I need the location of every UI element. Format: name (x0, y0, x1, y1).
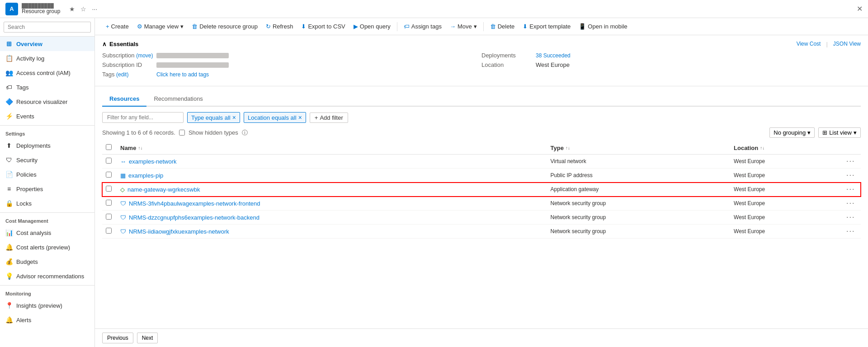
next-button[interactable]: Next (137, 333, 158, 343)
type-sort[interactable]: Type ↑↓ (551, 145, 727, 151)
tab-recommendations[interactable]: Recommendations (146, 92, 210, 107)
row-type-cell: Network security group (547, 211, 731, 225)
row-location-cell: West Europe (730, 225, 843, 239)
tags-label: Tags (16, 84, 28, 91)
create-button[interactable]: + Create (102, 21, 132, 32)
sidebar-item-cost-analysis[interactable]: 📊Cost analysis (0, 225, 94, 240)
row-checkbox[interactable] (106, 158, 112, 164)
row-checkbox[interactable] (106, 200, 112, 206)
open-mobile-button[interactable]: 📱 Open in mobile (575, 21, 631, 32)
view-select[interactable]: ⊞ List view ▾ (818, 127, 861, 138)
sidebar-item-insights[interactable]: 📍Insights (preview) (0, 298, 94, 313)
resource-link-row-1[interactable]: ↔ examples-network (120, 158, 543, 165)
manage-view-button[interactable]: ⚙ Manage view ▾ (133, 21, 188, 32)
select-all-checkbox[interactable] (106, 144, 112, 150)
show-hidden-help[interactable]: ⓘ (242, 129, 248, 137)
add-tags-link[interactable]: Click here to add tags (156, 71, 209, 78)
type-filter-chip[interactable]: Type equals all × (187, 112, 240, 123)
row-more-button[interactable]: ··· (846, 227, 855, 235)
row-more-button[interactable]: ··· (846, 185, 855, 193)
refresh-label: Refresh (273, 23, 293, 30)
sidebar-item-cost-alerts[interactable]: 🔔Cost alerts (preview) (0, 240, 94, 254)
essentials-collapse-icon[interactable]: ∧ (102, 41, 107, 47)
view-cost-link[interactable]: View Cost (797, 41, 821, 47)
open-query-button[interactable]: ▶ Open query (350, 21, 394, 32)
type-sort-icon: ↑↓ (566, 145, 570, 150)
row-location-cell: West Europe (730, 183, 843, 197)
sidebar-item-properties[interactable]: ≡Properties (0, 182, 94, 196)
resource-name: NRMS-dzzcgnupfphs6examples-network-backe… (129, 214, 259, 221)
deployments-link[interactable]: 38 Succeeded (536, 52, 571, 59)
type-filter-remove[interactable]: × (232, 114, 236, 121)
name-sort[interactable]: Name ↑↓ (120, 145, 543, 151)
activity-log-label: Activity log (16, 55, 44, 62)
cost-alerts-label: Cost alerts (preview) (16, 244, 70, 251)
close-button[interactable]: ✕ (857, 5, 863, 13)
export-csv-button[interactable]: ⬇ Export to CSV (297, 21, 349, 32)
location-filter-chip[interactable]: Location equals all × (244, 112, 306, 123)
pin-icon[interactable]: ★ (69, 5, 75, 13)
resource-link-row-6[interactable]: 🛡 NRMS-iidiaowgjfxkuexamples-network (120, 228, 543, 235)
row-more-button[interactable]: ··· (846, 157, 855, 165)
previous-button[interactable]: Previous (102, 333, 133, 343)
json-view-link[interactable]: JSON View (833, 41, 861, 47)
show-hidden-checkbox[interactable] (179, 130, 185, 136)
refresh-button[interactable]: ↻ Refresh (262, 21, 297, 32)
row-type-cell: Network security group (547, 225, 731, 239)
row-checkbox[interactable] (106, 186, 112, 192)
sidebar-item-activity-log[interactable]: 📋Activity log (0, 51, 94, 66)
sidebar-item-advisor[interactable]: 💡Advisor recommendations (0, 269, 94, 283)
add-filter-button[interactable]: + Add filter (310, 113, 348, 123)
delete-label: Delete (498, 23, 515, 30)
resource-link-row-2[interactable]: ▦ examples-pip (120, 172, 543, 179)
sidebar-item-policies[interactable]: 📄Policies (0, 167, 94, 182)
filter-input[interactable] (102, 112, 184, 123)
delete-rg-button[interactable]: 🗑 Delete resource group (188, 21, 261, 32)
resource-link-row-4[interactable]: 🛡 NRMS-3fivh4pbaulwagexamples-network-fr… (120, 200, 543, 207)
sidebar-item-deployments[interactable]: ⬆Deployments (0, 138, 94, 153)
subscription-id-label: Subscription ID (102, 61, 156, 68)
name-sort-icon: ↑↓ (138, 145, 142, 150)
sidebar-item-alerts[interactable]: 🔔Alerts (0, 313, 94, 327)
essentials-header: ∧ Essentials View Cost | JSON View (102, 41, 861, 47)
export-template-button[interactable]: ⬇ Export template (519, 21, 574, 32)
essentials-label: Essentials (109, 41, 138, 47)
table-row: ▦ examples-pip Public IP address West Eu… (102, 169, 861, 183)
delete-button[interactable]: 🗑 Delete (486, 21, 519, 32)
sidebar-item-access-control[interactable]: 👥Access control (IAM) (0, 66, 94, 80)
sidebar-item-events[interactable]: ⚡Events (0, 109, 94, 123)
move-arrow: ▾ (474, 23, 477, 30)
row-checkbox[interactable] (106, 214, 112, 220)
sidebar-item-locks[interactable]: 🔒Locks (0, 196, 94, 211)
assign-tags-button[interactable]: 🏷 Assign tags (400, 21, 445, 32)
subscription-move-link[interactable]: (move) (136, 52, 153, 59)
records-count: Showing 1 to 6 of 6 records. (102, 129, 175, 136)
row-checkbox[interactable] (106, 172, 112, 178)
type-filter-label: Type equals all (191, 114, 231, 121)
location-filter-remove[interactable]: × (298, 114, 302, 121)
row-location-cell: West Europe (730, 197, 843, 211)
location-sort[interactable]: Location ↑↓ (734, 145, 839, 151)
essentials-grid: Subscription (move) Subscription ID Tags… (102, 52, 861, 80)
tab-resources[interactable]: Resources (102, 92, 146, 107)
sidebar-item-budgets[interactable]: 💰Budgets (0, 254, 94, 269)
resource-link-row-3[interactable]: ◇ name-gateway-wgrkecswbk (120, 186, 543, 193)
row-more-button[interactable]: ··· (846, 213, 855, 221)
grouping-select[interactable]: No grouping ▾ (769, 127, 815, 138)
row-more-button[interactable]: ··· (846, 199, 855, 207)
row-more-button[interactable]: ··· (846, 171, 855, 179)
sidebar-item-resource-visualizer[interactable]: 🔷Resource visualizer (0, 94, 94, 109)
move-button[interactable]: → Move ▾ (446, 21, 481, 32)
tags-edit-link[interactable]: (edit) (116, 71, 128, 78)
row-more-cell: ··· (843, 197, 861, 211)
resource-link-row-5[interactable]: 🛡 NRMS-dzzcgnupfphs6examples-network-bac… (120, 214, 543, 221)
star-icon[interactable]: ☆ (80, 5, 86, 13)
row-checkbox[interactable] (106, 228, 112, 234)
location-sort-icon: ↑↓ (760, 145, 764, 150)
sidebar-item-tags[interactable]: 🏷Tags (0, 80, 94, 94)
search-input[interactable] (4, 22, 91, 33)
sidebar-item-security[interactable]: 🛡Security (0, 153, 94, 167)
more-options-icon[interactable]: ··· (92, 5, 97, 13)
records-info: Showing 1 to 6 of 6 records. Show hidden… (102, 129, 248, 137)
sidebar-item-overview[interactable]: ⊞Overview (0, 37, 94, 51)
